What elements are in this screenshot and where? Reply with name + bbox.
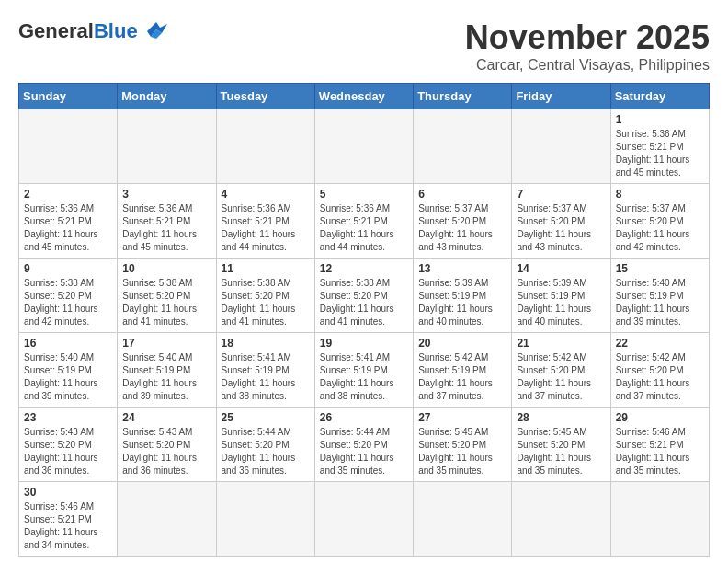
calendar-cell xyxy=(314,482,413,557)
day-number: 26 xyxy=(320,411,408,424)
day-number: 16 xyxy=(24,337,112,350)
calendar-cell: 9Sunrise: 5:38 AMSunset: 5:20 PMDaylight… xyxy=(19,259,118,333)
logo-text: GeneralBlue xyxy=(18,21,138,41)
calendar-cell: 3Sunrise: 5:36 AMSunset: 5:21 PMDaylight… xyxy=(118,184,216,259)
day-info: Sunrise: 5:45 AMSunset: 5:20 PMDaylight:… xyxy=(418,426,506,477)
calendar-cell: 2Sunrise: 5:36 AMSunset: 5:21 PMDaylight… xyxy=(19,184,118,259)
day-info: Sunrise: 5:37 AMSunset: 5:20 PMDaylight:… xyxy=(517,202,605,254)
day-number: 20 xyxy=(418,337,506,350)
week-row-5: 23Sunrise: 5:43 AMSunset: 5:20 PMDayligh… xyxy=(19,408,710,482)
day-number: 10 xyxy=(122,262,210,275)
calendar-cell xyxy=(314,109,413,184)
day-info: Sunrise: 5:36 AMSunset: 5:21 PMDaylight:… xyxy=(222,202,310,254)
calendar-table: SundayMondayTuesdayWednesdayThursdayFrid… xyxy=(18,83,710,557)
calendar-cell: 16Sunrise: 5:40 AMSunset: 5:19 PMDayligh… xyxy=(19,333,118,408)
location-subtitle: Carcar, Central Visayas, Philippines xyxy=(465,57,710,74)
calendar-cell xyxy=(118,482,216,557)
day-number: 13 xyxy=(418,262,506,275)
day-info: Sunrise: 5:46 AMSunset: 5:21 PMDaylight:… xyxy=(616,426,704,477)
day-number: 4 xyxy=(222,188,310,201)
day-number: 5 xyxy=(320,188,408,201)
week-row-2: 2Sunrise: 5:36 AMSunset: 5:21 PMDaylight… xyxy=(19,184,710,259)
calendar-cell: 6Sunrise: 5:37 AMSunset: 5:20 PMDaylight… xyxy=(414,184,512,259)
col-header-wednesday: Wednesday xyxy=(314,84,413,109)
day-info: Sunrise: 5:38 AMSunset: 5:20 PMDaylight:… xyxy=(222,277,310,328)
day-number: 25 xyxy=(222,411,310,424)
day-number: 28 xyxy=(517,411,605,424)
day-number: 21 xyxy=(517,337,605,350)
day-info: Sunrise: 5:45 AMSunset: 5:20 PMDaylight:… xyxy=(517,426,605,477)
day-number: 23 xyxy=(24,411,112,424)
day-number: 7 xyxy=(517,188,605,201)
calendar-cell: 14Sunrise: 5:39 AMSunset: 5:19 PMDayligh… xyxy=(512,259,610,333)
calendar-cell: 5Sunrise: 5:36 AMSunset: 5:21 PMDaylight… xyxy=(314,184,413,259)
day-number: 11 xyxy=(222,262,310,275)
day-number: 3 xyxy=(122,188,210,201)
day-number: 17 xyxy=(122,337,210,350)
calendar-cell xyxy=(610,482,709,557)
day-number: 9 xyxy=(24,262,112,275)
calendar-cell: 1Sunrise: 5:36 AMSunset: 5:21 PMDaylight… xyxy=(610,109,709,184)
calendar-cell: 10Sunrise: 5:38 AMSunset: 5:20 PMDayligh… xyxy=(118,259,216,333)
calendar-cell: 28Sunrise: 5:45 AMSunset: 5:20 PMDayligh… xyxy=(512,408,610,482)
calendar-cell: 12Sunrise: 5:38 AMSunset: 5:20 PMDayligh… xyxy=(314,259,413,333)
day-info: Sunrise: 5:36 AMSunset: 5:21 PMDaylight:… xyxy=(24,202,112,254)
week-row-3: 9Sunrise: 5:38 AMSunset: 5:20 PMDaylight… xyxy=(19,259,710,333)
week-row-1: 1Sunrise: 5:36 AMSunset: 5:21 PMDaylight… xyxy=(19,109,710,184)
day-info: Sunrise: 5:39 AMSunset: 5:19 PMDaylight:… xyxy=(418,277,506,328)
day-info: Sunrise: 5:36 AMSunset: 5:21 PMDaylight:… xyxy=(122,202,210,254)
calendar-cell: 7Sunrise: 5:37 AMSunset: 5:20 PMDaylight… xyxy=(512,184,610,259)
calendar-cell: 30Sunrise: 5:46 AMSunset: 5:21 PMDayligh… xyxy=(19,482,118,557)
day-info: Sunrise: 5:38 AMSunset: 5:20 PMDaylight:… xyxy=(122,277,210,328)
day-info: Sunrise: 5:44 AMSunset: 5:20 PMDaylight:… xyxy=(320,426,408,477)
day-number: 8 xyxy=(616,188,704,201)
calendar-cell xyxy=(118,109,216,184)
day-info: Sunrise: 5:44 AMSunset: 5:20 PMDaylight:… xyxy=(222,426,310,477)
header: GeneralBlue November 2025 Carcar, Centra… xyxy=(18,18,710,74)
day-number: 6 xyxy=(418,188,506,201)
day-info: Sunrise: 5:46 AMSunset: 5:21 PMDaylight:… xyxy=(24,500,112,552)
day-info: Sunrise: 5:42 AMSunset: 5:19 PMDaylight:… xyxy=(418,351,506,403)
calendar-cell: 13Sunrise: 5:39 AMSunset: 5:19 PMDayligh… xyxy=(414,259,512,333)
day-number: 1 xyxy=(616,113,704,126)
day-number: 14 xyxy=(517,262,605,275)
day-info: Sunrise: 5:40 AMSunset: 5:19 PMDaylight:… xyxy=(616,277,704,328)
week-row-6: 30Sunrise: 5:46 AMSunset: 5:21 PMDayligh… xyxy=(19,482,710,557)
col-header-saturday: Saturday xyxy=(610,84,709,109)
col-header-monday: Monday xyxy=(118,84,216,109)
day-info: Sunrise: 5:36 AMSunset: 5:21 PMDaylight:… xyxy=(616,128,704,179)
day-number: 27 xyxy=(418,411,506,424)
calendar-cell: 29Sunrise: 5:46 AMSunset: 5:21 PMDayligh… xyxy=(610,408,709,482)
calendar-cell: 23Sunrise: 5:43 AMSunset: 5:20 PMDayligh… xyxy=(19,408,118,482)
day-info: Sunrise: 5:42 AMSunset: 5:20 PMDaylight:… xyxy=(616,351,704,403)
logo-bird-icon xyxy=(140,18,173,44)
calendar-cell: 11Sunrise: 5:38 AMSunset: 5:20 PMDayligh… xyxy=(216,259,314,333)
calendar-cell: 18Sunrise: 5:41 AMSunset: 5:19 PMDayligh… xyxy=(216,333,314,408)
col-header-tuesday: Tuesday xyxy=(216,84,314,109)
day-info: Sunrise: 5:43 AMSunset: 5:20 PMDaylight:… xyxy=(24,426,112,477)
calendar-cell xyxy=(216,482,314,557)
month-title: November 2025 xyxy=(465,18,710,57)
calendar-cell: 17Sunrise: 5:40 AMSunset: 5:19 PMDayligh… xyxy=(118,333,216,408)
calendar-cell: 24Sunrise: 5:43 AMSunset: 5:20 PMDayligh… xyxy=(118,408,216,482)
col-header-thursday: Thursday xyxy=(414,84,512,109)
day-number: 19 xyxy=(320,337,408,350)
calendar-cell: 21Sunrise: 5:42 AMSunset: 5:20 PMDayligh… xyxy=(512,333,610,408)
day-number: 2 xyxy=(24,188,112,201)
day-info: Sunrise: 5:36 AMSunset: 5:21 PMDaylight:… xyxy=(320,202,408,254)
logo-area: GeneralBlue xyxy=(18,18,173,44)
calendar-cell xyxy=(216,109,314,184)
day-info: Sunrise: 5:40 AMSunset: 5:19 PMDaylight:… xyxy=(122,351,210,403)
day-info: Sunrise: 5:41 AMSunset: 5:19 PMDaylight:… xyxy=(320,351,408,403)
day-info: Sunrise: 5:37 AMSunset: 5:20 PMDaylight:… xyxy=(616,202,704,254)
calendar-cell: 20Sunrise: 5:42 AMSunset: 5:19 PMDayligh… xyxy=(414,333,512,408)
day-number: 12 xyxy=(320,262,408,275)
calendar-cell xyxy=(512,482,610,557)
title-area: November 2025 Carcar, Central Visayas, P… xyxy=(465,18,710,74)
day-number: 24 xyxy=(122,411,210,424)
day-info: Sunrise: 5:42 AMSunset: 5:20 PMDaylight:… xyxy=(517,351,605,403)
calendar-cell: 25Sunrise: 5:44 AMSunset: 5:20 PMDayligh… xyxy=(216,408,314,482)
day-info: Sunrise: 5:38 AMSunset: 5:20 PMDaylight:… xyxy=(320,277,408,328)
day-number: 18 xyxy=(222,337,310,350)
calendar-cell: 22Sunrise: 5:42 AMSunset: 5:20 PMDayligh… xyxy=(610,333,709,408)
